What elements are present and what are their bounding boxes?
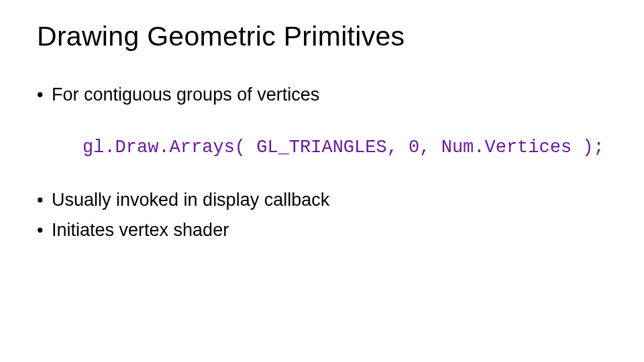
bullet-list-bottom: Usually invoked in display callback Init… bbox=[37, 188, 607, 242]
slide-body: For contiguous groups of vertices gl.Dra… bbox=[37, 82, 607, 242]
code-line: gl.Draw.Arrays( GL_TRIANGLES, 0, Num.Ver… bbox=[83, 135, 607, 160]
bullet-list-top: For contiguous groups of vertices bbox=[37, 82, 607, 107]
list-item: Initiates vertex shader bbox=[37, 218, 607, 242]
list-item: For contiguous groups of vertices bbox=[37, 82, 607, 107]
slide-title: Drawing Geometric Primitives bbox=[37, 20, 607, 53]
list-item: Usually invoked in display callback bbox=[37, 188, 607, 212]
slide: Drawing Geometric Primitives For contigu… bbox=[0, 0, 644, 362]
